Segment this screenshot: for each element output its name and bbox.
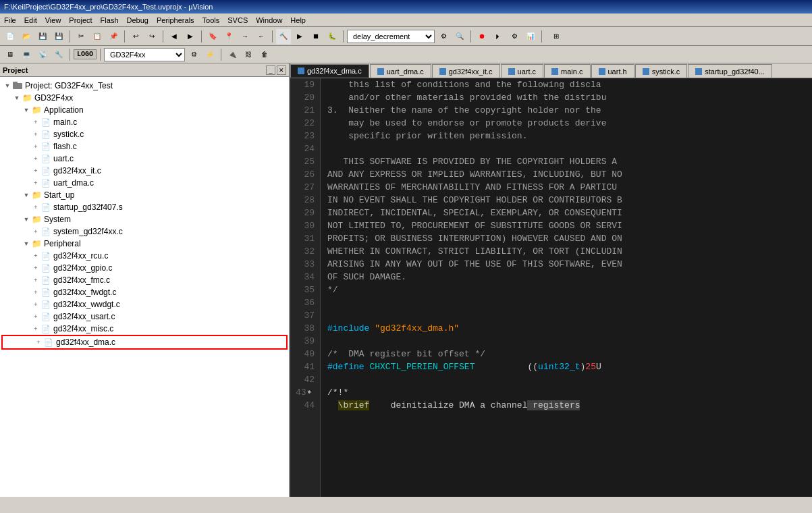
tree-root[interactable]: ▼ Project: GD32F4xx_Test <box>0 80 289 92</box>
menu-svcs[interactable]: SVCS <box>223 15 252 26</box>
list-item[interactable]: + 📄 gd32f4xx_wwdgt.c <box>0 298 289 310</box>
list-item[interactable]: + 📄 gd32f4xx_misc.c <box>0 323 289 335</box>
file-expander[interactable]: + <box>31 166 40 176</box>
app-expander[interactable]: ▼ <box>22 105 31 115</box>
device-flash-btn[interactable]: ⚡ <box>202 47 217 62</box>
paste-btn[interactable]: 📌 <box>106 29 121 44</box>
tree-gd32f4xx[interactable]: ▼ 📁 GD32F4xx <box>0 92 289 104</box>
file-expander[interactable]: + <box>31 154 40 163</box>
project-minimize-btn[interactable]: _ <box>266 65 275 75</box>
indent-btn[interactable]: → <box>238 29 252 44</box>
system-expander[interactable]: ▼ <box>22 215 31 224</box>
device-dropdown[interactable]: GD32F4xx <box>104 48 185 61</box>
file-expander[interactable]: + <box>31 130 40 139</box>
extra-btn[interactable]: 📊 <box>523 29 538 44</box>
tab-uart-dma[interactable]: uart_dma.c <box>370 64 431 78</box>
save-btn[interactable]: 💾 <box>35 29 50 44</box>
file-expander[interactable]: + <box>31 275 40 285</box>
list-item[interactable]: + 📄 gd32f4xx_fwdgt.c <box>0 286 289 298</box>
save-all-btn[interactable]: 💾 <box>51 29 66 44</box>
menu-edit[interactable]: Edit <box>20 15 41 26</box>
file-expander[interactable]: + <box>31 178 40 188</box>
file-expander[interactable]: + <box>31 324 40 333</box>
tab-main[interactable]: main.c <box>544 64 590 78</box>
menu-view[interactable]: View <box>41 15 65 26</box>
t2-btn4[interactable]: 🔧 <box>51 47 66 62</box>
bookmark2-btn[interactable]: 📍 <box>221 29 236 44</box>
stop-btn[interactable]: ⏹ <box>308 29 323 44</box>
code-area[interactable]: 19 20 21 22 23 24 25 26 27 28 29 30 31 3… <box>290 78 812 497</box>
new-file-btn[interactable]: 📄 <box>3 29 18 44</box>
cut-btn[interactable]: ✂ <box>74 29 88 44</box>
file-expander[interactable]: + <box>31 312 40 321</box>
menu-window[interactable]: Window <box>252 15 286 26</box>
run-btn[interactable]: ▶ <box>292 29 307 44</box>
bookmark-btn[interactable]: 🔖 <box>205 29 220 44</box>
file-expander[interactable]: + <box>31 227 40 236</box>
chip-erase-btn[interactable]: 🗑 <box>257 47 272 62</box>
project-close-btn[interactable]: ✕ <box>277 65 286 75</box>
tab-uart[interactable]: uart.c <box>501 64 544 78</box>
peripheral-expander[interactable]: ▼ <box>22 239 31 248</box>
nav-fwd-btn[interactable]: ▶ <box>183 29 198 44</box>
unindent-btn[interactable]: ← <box>254 29 269 44</box>
debug-btn[interactable]: 🐛 <box>325 29 340 44</box>
tab-gd32f4xx-dma[interactable]: gd32f4xx_dma.c <box>290 64 369 78</box>
list-item[interactable]: + 📄 uart.c <box>0 153 289 165</box>
t2-btn1[interactable]: 🖥 <box>3 47 18 62</box>
tree-gd32f4xx-dma[interactable]: + 📄 gd32f4xx_dma.c <box>1 335 288 350</box>
t2-btn2[interactable]: 💻 <box>19 47 34 62</box>
file-expander[interactable]: + <box>31 142 40 151</box>
tab-gd32f4xx-it[interactable]: gd32f4xx_it.c <box>432 64 500 78</box>
grid-btn[interactable]: ⊞ <box>545 29 567 44</box>
menu-help[interactable]: Help <box>286 15 310 26</box>
tab-uart-h[interactable]: uart.h <box>591 64 634 78</box>
project-tree[interactable]: ▼ Project: GD32F4xx_Test ▼ 📁 GD32F4xx ▼ … <box>0 77 289 497</box>
menu-file[interactable]: File <box>0 15 20 26</box>
list-item[interactable]: + 📄 flash.c <box>0 140 289 153</box>
settings-btn[interactable]: ⚙ <box>507 29 522 44</box>
menu-debug[interactable]: Debug <box>123 15 153 26</box>
list-item[interactable]: + 📄 gd32f4xx_gpio.c <box>0 262 289 274</box>
undo-btn[interactable]: ↩ <box>128 29 143 44</box>
tree-application[interactable]: ▼ 📁 Application <box>0 104 289 116</box>
file-expander[interactable]: + <box>31 300 40 309</box>
t2-btn3[interactable]: 📡 <box>35 47 50 62</box>
record-btn[interactable]: ⏺ <box>475 29 489 44</box>
list-item[interactable]: + 📄 gd32f4xx_it.c <box>0 165 289 177</box>
menu-flash[interactable]: Flash <box>97 15 123 26</box>
nav-back-btn[interactable]: ◀ <box>167 29 182 44</box>
disconnect-btn[interactable]: ⛓ <box>241 47 256 62</box>
play-btn[interactable]: ⏵ <box>491 29 506 44</box>
menu-tools[interactable]: Tools <box>198 15 224 26</box>
root-expander[interactable]: ▼ <box>3 81 12 90</box>
file-expander[interactable]: + <box>31 251 40 261</box>
tree-startup[interactable]: ▼ 📁 Start_up <box>0 189 289 201</box>
redo-btn[interactable]: ↪ <box>144 29 159 44</box>
menu-peripherals[interactable]: Peripherals <box>153 15 198 26</box>
connect-btn[interactable]: 🔌 <box>225 47 240 62</box>
list-item[interactable]: + 📄 gd32f4xx_usart.c <box>0 310 289 323</box>
open-file-btn[interactable]: 📂 <box>19 29 34 44</box>
search-btn[interactable]: 🔍 <box>452 29 467 44</box>
tree-system[interactable]: ▼ 📁 System <box>0 213 289 225</box>
startup-expander[interactable]: ▼ <box>22 190 31 200</box>
copy-btn[interactable]: 📋 <box>90 29 105 44</box>
file-expander[interactable]: + <box>31 117 40 127</box>
tab-startup[interactable]: startup_gd32f40... <box>688 64 772 78</box>
target-dropdown[interactable]: delay_decrement <box>347 30 435 43</box>
list-item[interactable]: + 📄 startup_gd32f407.s <box>0 201 289 213</box>
file-expander[interactable]: + <box>34 338 43 347</box>
tab-systick[interactable]: systick.c <box>635 64 688 78</box>
file-expander[interactable]: + <box>31 263 40 273</box>
gd32-expander[interactable]: ▼ <box>12 93 22 103</box>
list-item[interactable]: + 📄 uart_dma.c <box>0 177 289 189</box>
list-item[interactable]: + 📄 gd32f4xx_fmc.c <box>0 274 289 286</box>
list-item[interactable]: + 📄 main.c <box>0 116 289 128</box>
file-expander[interactable]: + <box>31 202 40 212</box>
build-btn[interactable]: 🔨 <box>276 29 291 44</box>
menu-project[interactable]: Project <box>65 15 96 26</box>
file-expander[interactable]: + <box>31 288 40 297</box>
code-content[interactable]: this list of conditions and the followin… <box>321 78 812 497</box>
list-item[interactable]: + 📄 system_gd32f4xx.c <box>0 225 289 238</box>
